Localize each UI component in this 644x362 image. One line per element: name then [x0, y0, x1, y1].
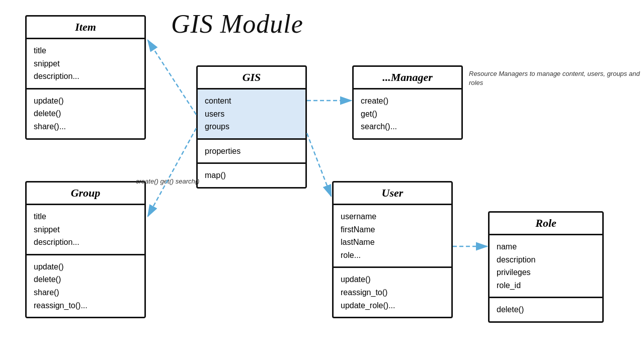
- item-box: Item title snippet description... update…: [25, 15, 146, 140]
- gis-methods: map(): [198, 164, 305, 187]
- manager-header: ...Manager: [354, 67, 461, 89]
- gis-box: GIS content users groups properties map(…: [196, 65, 307, 189]
- role-attrs: name description privileges role_id: [490, 235, 602, 298]
- user-box: User username firstName lastName role...…: [332, 181, 453, 318]
- user-attrs: username firstName lastName role...: [334, 205, 451, 268]
- manager-methods: create() get() search()...: [354, 89, 461, 138]
- group-methods: update() delete() share() reassign_to().…: [27, 255, 144, 317]
- gis-arrow-label: create() get() search(): [136, 177, 199, 186]
- manager-box: ...Manager create() get() search()...: [352, 65, 463, 140]
- group-header: Group: [27, 183, 144, 205]
- role-header: Role: [490, 213, 602, 235]
- role-box: Role name description privileges role_id…: [488, 211, 604, 323]
- manager-note: Resource Managers to manage content, use…: [469, 69, 644, 87]
- group-box: Group title snippet description... updat…: [25, 181, 146, 318]
- item-attrs: title snippet description...: [27, 39, 144, 89]
- item-methods: update() delete() share()...: [27, 89, 144, 138]
- page-title: GIS Module: [171, 9, 303, 39]
- arrow-gis-to-user: [307, 133, 331, 196]
- arrow-gis-to-group: [148, 128, 196, 216]
- user-methods: update() reassign_to() update_role()...: [334, 268, 451, 317]
- gis-highlighted-attrs: content users groups: [198, 89, 305, 140]
- user-header: User: [334, 183, 451, 205]
- arrow-gis-to-item: [148, 40, 196, 115]
- group-attrs: title snippet description...: [27, 205, 144, 255]
- role-methods: delete(): [490, 298, 602, 321]
- item-header: Item: [27, 17, 144, 39]
- gis-properties: properties: [198, 140, 305, 164]
- gis-header: GIS: [198, 67, 305, 89]
